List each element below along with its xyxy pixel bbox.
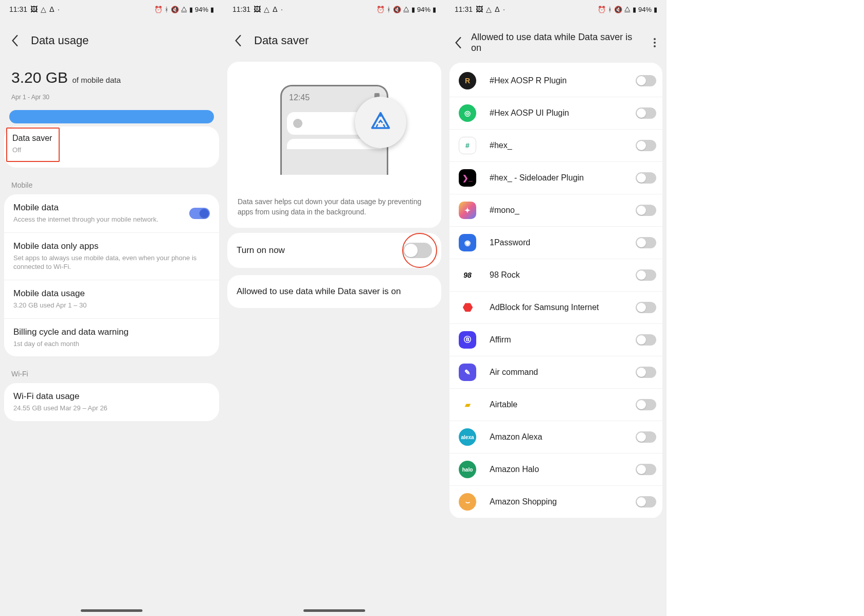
app-row[interactable]: ⬣AdBlock for Samsung Internet <box>449 292 662 324</box>
app-name-label: #hex_ <box>490 141 653 150</box>
app-row[interactable]: haloAmazon Halo <box>449 454 662 486</box>
app-row[interactable]: ✦#mono_ <box>449 194 662 227</box>
billing-cycle-row[interactable]: Billing cycle and data warning 1st day o… <box>4 318 219 357</box>
app-row[interactable]: alexaAmazon Alexa <box>449 421 662 454</box>
signal-icon: ▮ <box>411 6 415 13</box>
illustration-card: 12:45 Data saver helps cut down your dat… <box>227 62 441 228</box>
nav-icon: ᐃ <box>49 5 55 13</box>
app-toggle[interactable] <box>636 107 656 119</box>
app-name-label: #hex_ - Sideloader Plugin <box>490 173 653 183</box>
wifi-usage-title: Wi-Fi data usage <box>13 391 210 402</box>
app-toggle[interactable] <box>636 205 656 216</box>
app-toggle[interactable] <box>636 464 656 475</box>
app-row[interactable]: ##hex_ <box>449 130 662 162</box>
data-saver-entry[interactable]: Data saver Off <box>6 128 60 162</box>
app-name-label: #Hex AOSP UI Plugin <box>490 108 653 118</box>
gallery-icon: 🖼 <box>30 5 38 13</box>
app-toggle[interactable] <box>636 237 656 248</box>
allowed-label: Allowed to use data while Data saver is … <box>237 286 401 296</box>
app-toggle[interactable] <box>636 302 656 313</box>
more-menu-button[interactable] <box>650 38 659 47</box>
home-indicator[interactable] <box>81 609 142 612</box>
app-name-label: Air command <box>490 368 653 377</box>
gallery-icon: 🖼 <box>476 5 483 13</box>
app-toggle[interactable] <box>636 399 656 410</box>
battery-pct: 94% <box>195 6 208 13</box>
app-toggle[interactable] <box>636 269 656 281</box>
app-toggle[interactable] <box>636 431 656 443</box>
turn-on-now-row[interactable]: Turn on now <box>227 233 441 268</box>
wifi-usage-sub: 24.55 GB used Mar 29 – Apr 26 <box>13 404 210 413</box>
app-toggle[interactable] <box>636 172 656 184</box>
back-button[interactable] <box>9 35 21 46</box>
screen-data-usage: 11:31 🖼 △ ᐃ · ⏰ ᚼ 🔇 ⧋ ▮ 94% ▮ Data usage… <box>0 0 223 616</box>
nav-icon: ᐃ <box>273 5 278 13</box>
wifi-icon: ⧋ <box>181 5 187 13</box>
bluetooth-icon: ᚼ <box>165 6 169 13</box>
nav-icon: ᐃ <box>495 5 500 13</box>
turn-on-label: Turn on now <box>237 245 285 255</box>
app-toggle[interactable] <box>636 496 656 508</box>
wifi-usage-row[interactable]: Wi-Fi data usage 24.55 GB used Mar 29 – … <box>4 383 219 421</box>
app-icon: # <box>459 137 476 154</box>
app-toggle[interactable] <box>636 367 656 378</box>
app-icon: halo <box>459 461 476 478</box>
battery-icon: ▮ <box>654 6 657 13</box>
mobile-usage-row[interactable]: Mobile data usage 3.20 GB used Apr 1 – 3… <box>4 280 219 318</box>
illustration-time: 12:45 <box>289 93 310 102</box>
mute-icon: 🔇 <box>614 6 622 13</box>
status-time: 11:31 <box>455 5 473 13</box>
app-name-label: 98 Rock <box>490 270 653 280</box>
dot-icon: · <box>503 5 505 13</box>
status-time: 11:31 <box>9 5 27 13</box>
mobile-data-toggle[interactable] <box>189 208 210 219</box>
section-wifi: Wi-Fi <box>0 356 223 383</box>
app-row[interactable]: ▰Airtable <box>449 389 662 421</box>
app-icon: alexa <box>459 428 476 446</box>
app-icon: ⬣ <box>459 299 476 316</box>
usage-period: Apr 1 - Apr 30 <box>11 94 212 101</box>
app-icon: ◉ <box>459 234 476 251</box>
back-button[interactable] <box>453 37 464 48</box>
dot-icon: · <box>58 5 60 13</box>
app-row[interactable]: ✎Air command <box>449 356 662 389</box>
app-name-label: Affirm <box>490 335 653 345</box>
mobile-usage-title: Mobile data usage <box>13 288 210 299</box>
mute-icon: 🔇 <box>171 6 179 13</box>
dot-icon: · <box>281 5 283 13</box>
app-toggle[interactable] <box>636 334 656 346</box>
app-name-label: Amazon Halo <box>490 465 653 474</box>
app-row[interactable]: ❯_#hex_ - Sideloader Plugin <box>449 162 662 194</box>
app-icon: ⌣ <box>459 493 476 511</box>
app-list[interactable]: R#Hex AOSP R Plugin◎#Hex AOSP UI Plugin#… <box>449 63 662 518</box>
allowed-apps-row[interactable]: Allowed to use data while Data saver is … <box>227 275 441 308</box>
battery-icon: ▮ <box>433 6 436 13</box>
mute-icon: 🔇 <box>393 6 401 13</box>
app-icon: ✎ <box>459 364 476 381</box>
mobile-data-title: Mobile data <box>13 203 210 213</box>
battery-pct: 94% <box>638 6 652 13</box>
app-name-label: 1Password <box>490 238 653 247</box>
alarm-icon: ⏰ <box>154 6 163 13</box>
mobile-data-row[interactable]: Mobile data Access the internet through … <box>4 194 219 232</box>
app-row[interactable]: ⓐAffirm <box>449 324 662 356</box>
app-toggle[interactable] <box>636 75 656 86</box>
app-name-label: Amazon Shopping <box>490 497 653 506</box>
page-title: Allowed to use data while Data saver is … <box>471 32 643 53</box>
back-button[interactable] <box>232 35 244 46</box>
drive-icon: △ <box>41 5 46 13</box>
wifi-icon: ⧋ <box>403 5 409 13</box>
app-icon: ⓐ <box>459 331 476 349</box>
app-row[interactable]: ◎#Hex AOSP UI Plugin <box>449 97 662 130</box>
data-saver-status: Off <box>12 146 53 154</box>
usage-total: 3.20 GB <box>11 69 68 86</box>
app-toggle[interactable] <box>636 140 656 151</box>
mobile-only-apps-row[interactable]: Mobile data only apps Set apps to always… <box>4 232 219 280</box>
app-row[interactable]: 9898 Rock <box>449 259 662 292</box>
home-indicator[interactable] <box>303 609 365 612</box>
app-row[interactable]: ⌣Amazon Shopping <box>449 486 662 518</box>
turn-on-toggle[interactable] <box>403 243 432 258</box>
signal-icon: ▮ <box>189 6 193 13</box>
app-row[interactable]: ◉1Password <box>449 227 662 259</box>
app-row[interactable]: R#Hex AOSP R Plugin <box>449 65 662 97</box>
